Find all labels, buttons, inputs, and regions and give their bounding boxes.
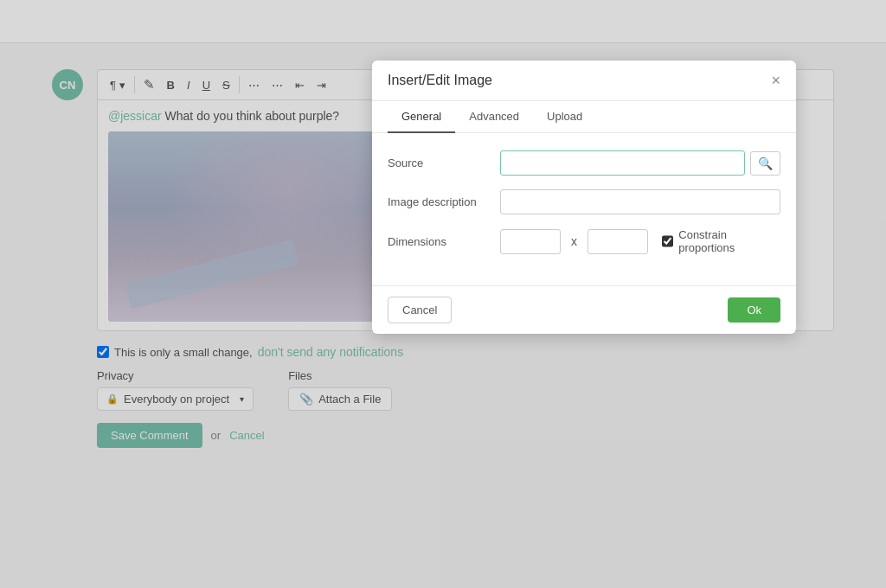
tab-advanced[interactable]: Advanced (455, 101, 533, 133)
tab-advanced-label: Advanced (469, 110, 519, 123)
modal-title: Insert/Edit Image (388, 73, 492, 88)
modal-footer: Cancel Ok (372, 285, 796, 334)
image-desc-input[interactable] (500, 189, 780, 214)
dimensions-label: Dimensions (388, 235, 500, 248)
modal-ok-button[interactable]: Ok (728, 297, 780, 323)
source-input-wrap: 🔍 (500, 150, 780, 176)
source-input[interactable] (500, 150, 745, 176)
tab-upload[interactable]: Upload (533, 101, 596, 133)
tab-general-label: General (401, 110, 441, 123)
modal-tabs: General Advanced Upload (372, 101, 796, 133)
constrain-proportions-label: Constrain proportions (678, 228, 780, 254)
width-input[interactable] (500, 229, 561, 254)
source-browse-button[interactable]: 🔍 (750, 151, 780, 176)
height-input[interactable] (587, 229, 648, 254)
dimensions-input-wrap: x Constrain proportions (500, 228, 780, 254)
tab-general[interactable]: General (388, 101, 455, 133)
source-label: Source (388, 157, 500, 169)
browse-icon: 🔍 (758, 157, 773, 170)
image-desc-label: Image description (388, 195, 500, 208)
tab-upload-label: Upload (547, 110, 582, 123)
source-field-row: Source 🔍 (388, 150, 780, 176)
image-desc-field-row: Image description (388, 189, 780, 214)
modal-close-button[interactable]: × (771, 73, 780, 88)
page-wrapper: CN ¶ ▾ ✎ B I (0, 0, 886, 588)
modal-body: Source 🔍 Image description Dimensions (372, 133, 796, 285)
dimensions-field-row: Dimensions x Constrain proportions (388, 228, 780, 254)
insert-edit-image-modal: Insert/Edit Image × General Advanced Upl… (372, 61, 796, 334)
constrain-proportions-checkbox[interactable] (662, 235, 673, 247)
modal-header: Insert/Edit Image × (372, 61, 796, 101)
modal-cancel-button[interactable]: Cancel (388, 297, 452, 323)
image-desc-input-wrap (500, 189, 780, 214)
dimension-x-separator: x (571, 234, 577, 248)
constrain-proportions-group: Constrain proportions (662, 228, 780, 254)
